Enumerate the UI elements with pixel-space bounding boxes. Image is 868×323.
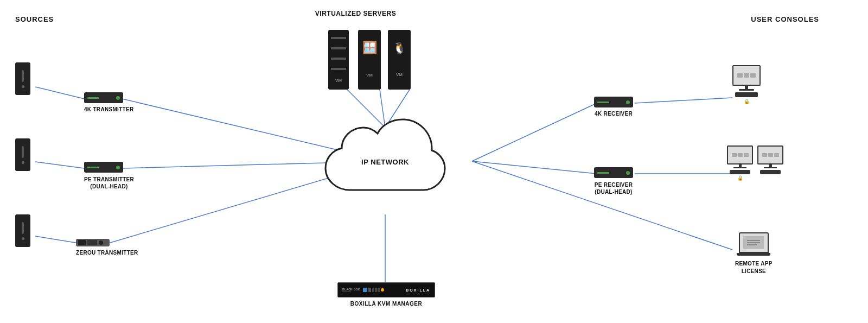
virtualized-servers-title: VIRTUALIZED SERVERS <box>314 10 398 18</box>
console-pe: 🔒 <box>727 145 783 181</box>
svg-line-0 <box>35 87 84 99</box>
ip-network-cloud: IP NETWORK <box>315 114 456 209</box>
svg-line-8 <box>472 161 597 174</box>
source-tower-2 <box>15 138 30 171</box>
sources-title: SOURCES <box>15 15 54 23</box>
remote-app-laptop: REMOTE APPLICENSE <box>735 232 773 275</box>
boxilla-kvm-manager: BLACK BOX BOXILLA BOXILLA KVM MANAGER <box>337 282 435 307</box>
server-rack-1: VM <box>328 30 349 90</box>
svg-line-2 <box>35 162 84 168</box>
console-4k: 🔒 <box>732 65 761 104</box>
source-tower-1 <box>15 62 30 95</box>
svg-line-6 <box>472 103 597 161</box>
receiver-pe: PE RECEIVER(DUAL-HEAD) <box>594 167 633 195</box>
receiver-4k: 4K RECEIVER <box>594 97 633 117</box>
source-tower-3 <box>15 214 30 247</box>
svg-line-4 <box>35 236 79 243</box>
ip-network-label: IP NETWORK <box>361 157 409 166</box>
transmitter-zerou: ZEROU TRANSMITTER <box>76 239 138 256</box>
user-consoles-title: USER CONSOLES <box>751 15 819 23</box>
network-diagram: { "title": "KVM Network Diagram", "label… <box>0 0 868 323</box>
transmitter-pe: PE TRANSMITTER(DUAL-HEAD) <box>84 162 134 190</box>
server-rack-3: 🐧 VM <box>388 30 411 90</box>
transmitter-4k: 4K TRANSMITTER <box>84 92 133 112</box>
server-rack-2: 🪟 VM <box>358 30 381 90</box>
svg-line-7 <box>635 98 732 103</box>
